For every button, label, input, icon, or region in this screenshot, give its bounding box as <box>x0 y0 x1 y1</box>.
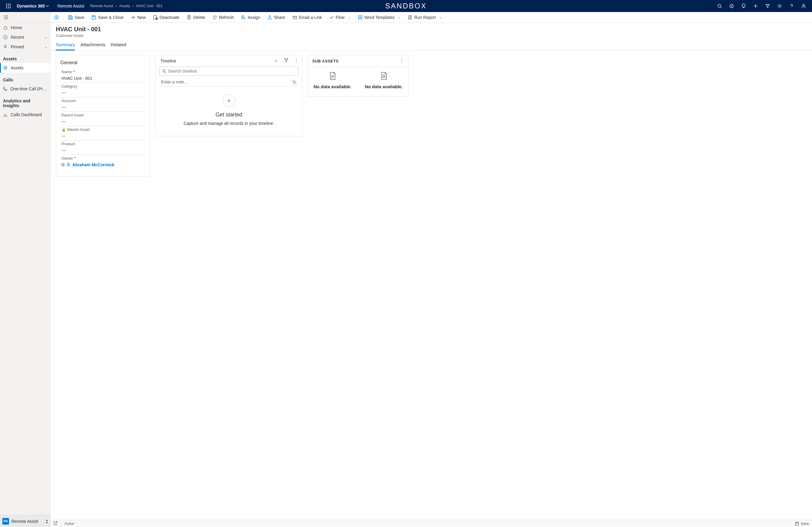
lightbulb-icon[interactable] <box>738 0 750 12</box>
required-indicator: * <box>73 70 75 74</box>
owner-field[interactable]: Abraham McCormick <box>61 160 144 169</box>
svg-point-4 <box>8 6 9 6</box>
person-icon <box>66 163 71 167</box>
topbar: Dynamics 365 Remote Assist Remote Assist… <box>0 0 812 12</box>
owner-name: Abraham McCormick <box>72 162 114 167</box>
master-asset-field: --- <box>61 132 144 140</box>
app-name[interactable]: Remote Assist <box>51 4 90 9</box>
parent-asset-field[interactable]: --- <box>61 117 144 126</box>
breadcrumb-item[interactable]: Remote Assist› <box>90 4 117 8</box>
cmd-label: New <box>137 15 146 20</box>
account-field[interactable]: --- <box>61 103 144 112</box>
filter-icon[interactable] <box>762 0 773 12</box>
more-icon[interactable]: ⋮ <box>294 58 299 63</box>
lock-icon: 🔒 <box>61 128 66 132</box>
email-link-button[interactable]: Email a Link <box>289 12 325 23</box>
app-switcher[interactable]: RA Remote Assist ▴▾ <box>0 515 50 527</box>
breadcrumb-item[interactable]: Assets› <box>119 4 134 8</box>
search-input[interactable] <box>168 69 296 73</box>
tab-related[interactable]: Related <box>111 40 127 51</box>
svg-point-12 <box>803 4 804 6</box>
sidebar-item-label: Home <box>11 25 22 30</box>
field-label: Name <box>61 70 72 74</box>
sidebar: Home Recent ⌄ Pinned ⌄ Assets Assets Cal… <box>0 12 50 527</box>
assign-button[interactable]: Assign <box>238 12 263 23</box>
paperclip-icon[interactable]: 📎 <box>292 80 297 84</box>
svg-point-6 <box>6 8 7 9</box>
sidebar-section-calls: Calls <box>0 73 50 84</box>
chevron-right-icon: › <box>116 4 117 8</box>
sidebar-item-home[interactable]: Home <box>0 23 50 32</box>
timeline-search[interactable] <box>159 67 299 76</box>
sidebar-item-calls-dashboard[interactable]: Calls Dashboard <box>0 110 50 119</box>
sub-assets-card: SUB ASSETS ⋮ No data available. No data … <box>308 55 408 97</box>
breadcrumb-item[interactable]: HVAC Unit - 001 <box>136 4 163 8</box>
tab-summary[interactable]: Summary <box>56 40 75 51</box>
name-field[interactable]: HVAC Unit - 001 <box>61 74 144 83</box>
save-button[interactable]: Save <box>65 12 87 23</box>
search-icon[interactable] <box>714 0 726 12</box>
new-button[interactable]: New <box>128 12 149 23</box>
app-switcher-label: Remote Assist <box>11 519 38 524</box>
svg-point-22 <box>163 70 165 72</box>
cmd-label: Refresh <box>219 15 234 20</box>
no-data-label: No data available. <box>364 84 404 89</box>
page-title: HVAC Unit - 001 <box>56 26 807 33</box>
add-record-button[interactable]: ＋ <box>222 94 235 107</box>
category-field[interactable]: --- <box>61 88 144 97</box>
share-button[interactable]: Share <box>264 12 288 23</box>
gear-icon[interactable] <box>773 0 786 12</box>
save-icon <box>795 522 799 526</box>
hamburger-icon[interactable] <box>0 12 50 23</box>
sidebar-item-pinned[interactable]: Pinned ⌄ <box>0 42 50 52</box>
document-icon <box>381 72 387 80</box>
command-bar: Save Save & Close New Deactivate Delete … <box>50 12 812 23</box>
tabs: Summary Attachments Related <box>50 38 812 51</box>
get-started-label: Get started <box>159 112 299 118</box>
save-button-footer[interactable]: Save <box>795 522 809 526</box>
plus-icon[interactable] <box>750 0 762 12</box>
search-icon <box>162 69 166 73</box>
timeline-subtext: Capture and manage all records in your t… <box>159 121 299 126</box>
breadcrumb: Remote Assist› Assets› HVAC Unit - 001 <box>90 4 163 8</box>
app-launcher-icon[interactable] <box>2 0 14 12</box>
enter-note[interactable]: Enter a note... 📎 <box>159 77 299 86</box>
save-close-button[interactable]: Save & Close <box>88 12 127 23</box>
sidebar-item-assets[interactable]: Assets <box>0 63 50 73</box>
sidebar-item-onetime-call[interactable]: One-time Call (Previ... <box>0 84 50 94</box>
brand-dropdown[interactable]: Dynamics 365 <box>14 4 51 9</box>
chevron-down-icon: ⌄ <box>348 16 351 19</box>
cmd-label: Flow <box>336 15 345 20</box>
required-indicator: * <box>74 156 76 160</box>
plus-icon[interactable]: ＋ <box>274 58 278 63</box>
cmd-label: Delete <box>193 15 205 20</box>
chevron-down-icon: ⌄ <box>45 36 47 39</box>
popout-icon[interactable] <box>53 521 58 526</box>
field-label: Account <box>61 98 76 103</box>
brand-label: Dynamics 365 <box>17 4 45 9</box>
app-badge: RA <box>2 518 9 525</box>
word-templates-button[interactable]: Word Templates⌄ <box>355 12 404 23</box>
filter-icon[interactable] <box>284 58 288 63</box>
timeline-card: Timeline ＋ ⋮ Enter a note... 📎 <box>155 55 302 136</box>
flow-button[interactable]: Flow⌄ <box>326 12 354 23</box>
chart-icon <box>3 112 8 117</box>
svg-point-10 <box>730 4 734 8</box>
divider <box>63 14 63 21</box>
refresh-button[interactable]: Refresh <box>209 12 237 23</box>
sidebar-item-recent[interactable]: Recent ⌄ <box>0 32 50 42</box>
help-icon[interactable] <box>786 0 798 12</box>
tab-attachments[interactable]: Attachments <box>81 40 105 51</box>
cmd-label: Assign <box>247 15 260 20</box>
more-icon[interactable]: ⋮ <box>399 58 404 64</box>
run-report-button[interactable]: Run Report⌄ <box>405 12 445 23</box>
expand-icon[interactable] <box>52 15 61 20</box>
general-card: General Name* HVAC Unit - 001 Category -… <box>56 55 150 176</box>
delete-button[interactable]: Delete <box>184 12 208 23</box>
svg-point-17 <box>242 16 244 17</box>
deactivate-button[interactable]: Deactivate <box>150 12 183 23</box>
user-icon[interactable] <box>798 0 810 12</box>
task-icon[interactable] <box>726 0 738 12</box>
product-field[interactable]: --- <box>61 146 144 155</box>
cmd-label: Run Report <box>414 15 436 20</box>
